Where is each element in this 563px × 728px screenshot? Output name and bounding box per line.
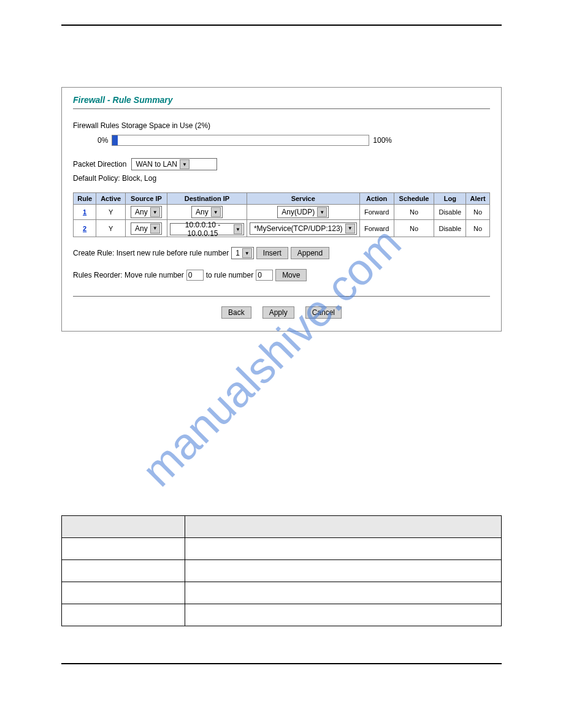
cell-log: Disable bbox=[434, 220, 466, 237]
back-button[interactable]: Back bbox=[221, 306, 251, 319]
reorder-from-input[interactable] bbox=[186, 270, 204, 281]
desc-cell bbox=[185, 604, 501, 626]
cell-alert: No bbox=[466, 205, 490, 220]
th-source-ip: Source IP bbox=[126, 193, 167, 205]
move-button[interactable]: Move bbox=[275, 269, 307, 281]
chevron-down-icon: ▼ bbox=[317, 207, 327, 217]
packet-direction-value: WAN to LAN bbox=[136, 160, 177, 169]
rule-link-2[interactable]: 2 bbox=[83, 225, 86, 232]
storage-label: Firewall Rules Storage Space in Use (2%) bbox=[73, 121, 490, 130]
desc-cell bbox=[185, 582, 501, 604]
th-alert: Alert bbox=[466, 193, 490, 205]
cell-schedule: No bbox=[394, 205, 434, 220]
th-rule: Rule bbox=[74, 193, 96, 205]
cell-action: Forward bbox=[359, 220, 394, 237]
progress-fill bbox=[112, 135, 117, 145]
create-rule-number-select[interactable]: 1 ▼ bbox=[231, 247, 254, 259]
progress-left-label: 0% bbox=[98, 136, 108, 145]
th-dest-ip: Destination IP bbox=[167, 193, 247, 205]
cell-active: Y bbox=[96, 205, 126, 220]
create-rule-label: Create Rule: Insert new rule before rule… bbox=[73, 249, 229, 257]
create-rule-row: Create Rule: Insert new rule before rule… bbox=[73, 247, 490, 259]
desc-th-2 bbox=[185, 516, 501, 538]
cell-log: Disable bbox=[434, 205, 466, 220]
chevron-down-icon: ▼ bbox=[150, 224, 160, 233]
chevron-down-icon: ▼ bbox=[242, 248, 252, 258]
chevron-down-icon: ▼ bbox=[211, 207, 221, 217]
desc-cell bbox=[62, 582, 185, 604]
desc-cell bbox=[62, 560, 185, 582]
packet-direction-label: Packet Direction bbox=[73, 160, 126, 169]
cell-action: Forward bbox=[359, 205, 394, 220]
dest-ip-select[interactable]: Any ▼ bbox=[191, 206, 223, 218]
top-rule bbox=[61, 25, 502, 26]
rule-link-1[interactable]: 1 bbox=[83, 208, 86, 216]
chevron-down-icon: ▼ bbox=[180, 159, 190, 169]
chevron-down-icon: ▼ bbox=[345, 224, 355, 233]
packet-direction-select[interactable]: WAN to LAN ▼ bbox=[131, 158, 217, 170]
reorder-label-1: Rules Reorder: Move rule number bbox=[73, 271, 184, 279]
reorder-label-2: to rule number bbox=[206, 271, 253, 279]
packet-direction-row: Packet Direction WAN to LAN ▼ bbox=[73, 158, 490, 170]
progress-row: 0% 100% bbox=[98, 135, 490, 146]
progress-right-label: 100% bbox=[373, 136, 392, 145]
table-header-row: Rule Active Source IP Destination IP Ser… bbox=[74, 193, 490, 205]
service-select[interactable]: *MyService(TCP/UDP:123) ▼ bbox=[250, 222, 357, 235]
source-ip-select[interactable]: Any ▼ bbox=[131, 222, 162, 235]
service-select[interactable]: Any(UDP) ▼ bbox=[277, 206, 329, 218]
panel-bottom-divider: Back Apply Cancel bbox=[73, 296, 490, 319]
description-table bbox=[61, 515, 502, 626]
cell-active: Y bbox=[96, 220, 126, 237]
default-policy: Default Policy: Block, Log bbox=[73, 174, 490, 183]
cell-schedule: No bbox=[394, 220, 434, 237]
cancel-button[interactable]: Cancel bbox=[305, 306, 342, 319]
panel-title: Firewall - Rule Summary bbox=[73, 95, 490, 109]
th-service: Service bbox=[247, 193, 359, 205]
firewall-panel: Firewall - Rule Summary Firewall Rules S… bbox=[61, 87, 502, 332]
reorder-row: Rules Reorder: Move rule number to rule … bbox=[73, 269, 490, 281]
th-active: Active bbox=[96, 193, 126, 205]
chevron-down-icon: ▼ bbox=[234, 224, 242, 234]
th-schedule: Schedule bbox=[394, 193, 434, 205]
cell-alert: No bbox=[466, 220, 490, 237]
desc-cell bbox=[185, 538, 501, 560]
desc-cell bbox=[185, 560, 501, 582]
reorder-to-input[interactable] bbox=[256, 270, 273, 281]
chevron-down-icon: ▼ bbox=[150, 207, 160, 217]
append-button[interactable]: Append bbox=[291, 247, 329, 259]
th-action: Action bbox=[359, 193, 394, 205]
table-row: 2 Y Any ▼ 10.0.0.10 - 10.0.0.15 ▼ bbox=[74, 220, 490, 237]
dest-ip-select[interactable]: 10.0.0.10 - 10.0.0.15 ▼ bbox=[170, 223, 244, 235]
desc-cell bbox=[62, 538, 185, 560]
desc-th-1 bbox=[62, 516, 185, 538]
apply-button[interactable]: Apply bbox=[262, 306, 294, 319]
source-ip-select[interactable]: Any ▼ bbox=[131, 206, 162, 218]
bottom-rule bbox=[61, 663, 502, 664]
table-row: 1 Y Any ▼ Any ▼ bbox=[74, 205, 490, 220]
insert-button[interactable]: Insert bbox=[256, 247, 288, 259]
rules-table: Rule Active Source IP Destination IP Ser… bbox=[73, 192, 490, 237]
desc-cell bbox=[62, 604, 185, 626]
progress-bar bbox=[112, 135, 369, 146]
th-log: Log bbox=[434, 193, 466, 205]
